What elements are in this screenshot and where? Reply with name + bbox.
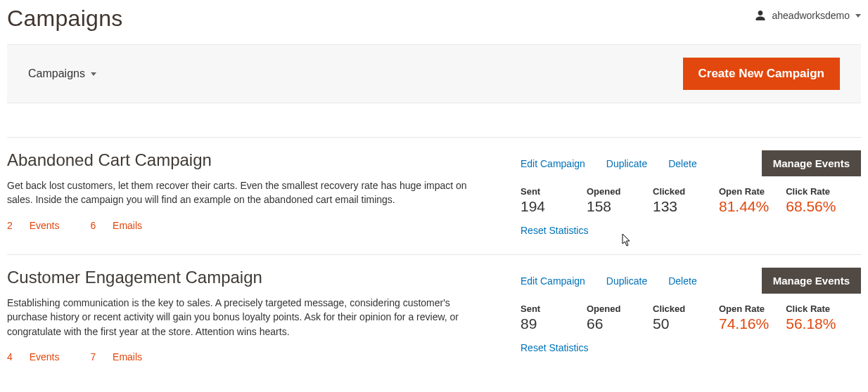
stat-value-click-rate: 56.18%	[786, 315, 836, 332]
campaign-row: Abandoned Cart Campaign Get back lost cu…	[7, 137, 861, 254]
user-icon	[755, 10, 766, 21]
reset-statistics-link[interactable]: Reset Statistics	[521, 225, 861, 236]
campaigns-dropdown-label: Campaigns	[28, 67, 85, 80]
stat-label-click-rate: Click Rate	[786, 303, 836, 314]
user-name: aheadworksdemo	[772, 10, 850, 21]
edit-campaign-link[interactable]: Edit Campaign	[521, 275, 585, 287]
manage-events-button[interactable]: Manage Events	[762, 150, 861, 176]
edit-campaign-link[interactable]: Edit Campaign	[521, 158, 585, 169]
emails-word: Emails	[113, 351, 142, 362]
stat-label-clicked: Clicked	[653, 186, 702, 197]
create-campaign-button[interactable]: Create New Campaign	[683, 58, 841, 90]
campaign-title: Customer Engagement Campaign	[7, 268, 499, 287]
delete-link[interactable]: Delete	[668, 158, 696, 169]
campaigns-dropdown[interactable]: Campaigns	[28, 67, 96, 80]
campaign-counts: 4 Events 7 Emails	[7, 351, 499, 362]
emails-count: 6	[90, 220, 96, 231]
campaign-description: Establishing communication is the key to…	[7, 296, 492, 339]
stat-label-sent: Sent	[521, 186, 570, 197]
stat-label-sent: Sent	[521, 303, 570, 314]
stat-label-opened: Opened	[587, 303, 636, 314]
events-word: Events	[30, 351, 60, 362]
toolbar: Campaigns Create New Campaign	[7, 44, 861, 103]
stat-value-clicked: 50	[653, 315, 702, 332]
reset-statistics-link[interactable]: Reset Statistics	[521, 342, 861, 353]
campaign-row: Customer Engagement Campaign Establishin…	[7, 254, 861, 381]
stat-value-open-rate: 74.16%	[719, 315, 769, 332]
duplicate-link[interactable]: Duplicate	[606, 158, 647, 169]
page-title: Campaigns	[7, 6, 123, 32]
stat-value-open-rate: 81.44%	[719, 198, 769, 215]
stat-value-click-rate: 68.56%	[786, 198, 836, 215]
caret-down-icon	[855, 14, 861, 18]
events-word: Events	[30, 220, 60, 231]
campaign-description: Get back lost customers, let them recove…	[7, 178, 492, 207]
stat-label-click-rate: Click Rate	[786, 186, 836, 197]
manage-events-button[interactable]: Manage Events	[762, 268, 861, 294]
events-count: 2	[7, 220, 13, 231]
campaign-title: Abandoned Cart Campaign	[7, 150, 499, 170]
user-menu[interactable]: aheadworksdemo	[755, 6, 861, 21]
stat-label-open-rate: Open Rate	[719, 186, 769, 197]
duplicate-link[interactable]: Duplicate	[606, 275, 647, 287]
stat-value-opened: 66	[587, 315, 636, 332]
emails-word: Emails	[113, 220, 142, 231]
emails-count: 7	[90, 351, 96, 362]
events-count: 4	[7, 351, 13, 362]
stat-value-clicked: 133	[653, 198, 702, 215]
stat-value-sent: 194	[521, 198, 570, 215]
delete-link[interactable]: Delete	[668, 275, 696, 287]
caret-down-icon	[91, 72, 96, 76]
campaign-counts: 2 Events 6 Emails	[7, 220, 499, 231]
stat-label-clicked: Clicked	[653, 303, 702, 314]
stat-label-opened: Opened	[587, 186, 636, 197]
stat-value-sent: 89	[521, 315, 570, 332]
stat-value-opened: 158	[587, 198, 636, 215]
stat-label-open-rate: Open Rate	[719, 303, 769, 314]
